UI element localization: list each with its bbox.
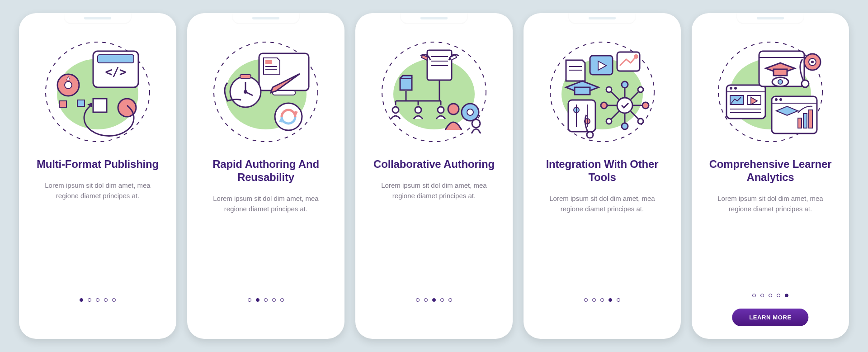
svg-point-40 [472, 119, 480, 128]
svg-point-61 [601, 102, 607, 109]
pagination-dot[interactable] [785, 294, 788, 297]
pagination-dot[interactable] [777, 294, 780, 297]
svg-point-54 [587, 132, 593, 138]
svg-rect-48 [575, 87, 590, 95]
pagination-dot[interactable] [609, 298, 612, 302]
pagination-dot[interactable] [448, 298, 452, 302]
svg-rect-49 [568, 100, 595, 132]
card-title: Rapid Authoring And Reusability [200, 158, 332, 184]
svg-point-6 [65, 81, 72, 89]
pagination-dot[interactable] [769, 294, 772, 297]
card-body: Lorem ipsum sit dol dim amet, mea region… [712, 193, 829, 214]
card-body: Lorem ipsum sit dol dim amet, mea region… [207, 193, 325, 214]
phone-notch [736, 13, 804, 24]
phone-notch [400, 13, 468, 24]
pagination-dot[interactable] [104, 298, 108, 302]
pagination-dot[interactable] [256, 298, 259, 302]
card-title: Multi-Format Publishing [37, 158, 159, 171]
svg-point-67 [606, 119, 612, 124]
pagination-dots [248, 298, 284, 302]
svg-rect-3 [98, 55, 134, 63]
pagination-dot[interactable] [112, 298, 116, 302]
card-title: Collaborative Authoring [373, 158, 495, 171]
pagination-dot[interactable] [88, 298, 91, 302]
pagination-dot[interactable] [96, 298, 99, 302]
svg-point-69 [606, 87, 612, 92]
phone-notch [232, 13, 300, 24]
svg-point-89 [811, 61, 814, 63]
pagination-dots [416, 298, 452, 302]
svg-point-57 [622, 81, 628, 88]
svg-point-63 [642, 102, 649, 109]
svg-point-86 [778, 80, 783, 84]
pagination-dot[interactable] [440, 298, 444, 302]
pagination-dot[interactable] [592, 298, 596, 302]
svg-point-21 [275, 103, 302, 130]
pagination-dots [584, 298, 620, 302]
pagination-dots [80, 298, 116, 302]
svg-point-94 [779, 98, 782, 101]
svg-rect-12 [265, 60, 272, 64]
card-body: Lorem ipsum sit dol dim amet, mea region… [39, 180, 156, 201]
svg-point-47 [634, 54, 638, 59]
rapid-authoring-reusability-icon [209, 33, 322, 146]
svg-point-77 [734, 87, 737, 90]
collaborative-authoring-icon [377, 33, 491, 146]
phone-card: </> Multi-Format Publishing Lorem ipsum … [19, 13, 176, 339]
learn-more-button[interactable]: LEARN MORE [732, 309, 808, 326]
svg-point-76 [730, 87, 732, 90]
pagination-dot[interactable] [416, 298, 420, 302]
svg-point-34 [392, 107, 399, 113]
phone-card-row: </> Multi-Format Publishing Lorem ipsum … [19, 13, 849, 339]
svg-point-37 [448, 104, 459, 114]
pagination-dot[interactable] [760, 294, 764, 297]
pagination-dot[interactable] [432, 298, 436, 302]
svg-point-35 [415, 107, 421, 113]
card-body: Lorem ipsum sit dol dim amet, mea region… [543, 193, 661, 214]
svg-point-55 [617, 98, 632, 113]
svg-rect-95 [798, 118, 802, 128]
pagination-dot[interactable] [617, 298, 620, 302]
svg-point-39 [467, 109, 473, 115]
svg-rect-84 [774, 69, 787, 76]
svg-rect-97 [809, 110, 812, 128]
svg-point-65 [638, 87, 643, 92]
integration-other-tools-icon [546, 33, 659, 146]
pagination-dots [752, 294, 788, 297]
multi-format-publishing-icon: </> [41, 33, 154, 146]
pagination-dot[interactable] [248, 298, 251, 302]
pagination-dot[interactable] [272, 298, 276, 302]
pagination-dot[interactable] [80, 298, 83, 302]
phone-card: Collaborative Authoring Lorem ipsum sit … [355, 13, 513, 339]
svg-point-90 [802, 80, 809, 87]
comprehensive-learner-analytics-icon [714, 33, 827, 146]
pagination-dot[interactable] [584, 298, 588, 302]
phone-card: Integration With Other Tools Lorem ipsum… [524, 13, 681, 339]
svg-point-59 [622, 123, 628, 129]
svg-point-36 [438, 107, 444, 113]
svg-rect-20 [240, 75, 251, 78]
svg-rect-78 [730, 95, 744, 105]
svg-text:</>: </> [105, 65, 127, 79]
pagination-dot[interactable] [600, 298, 604, 302]
pagination-dot[interactable] [264, 298, 268, 302]
phone-card: Comprehensive Learner Analytics Lorem ip… [692, 13, 849, 339]
svg-rect-7 [93, 99, 107, 112]
card-title: Comprehensive Learner Analytics [704, 158, 836, 184]
card-body: Lorem ipsum sit dol dim amet, mea region… [375, 180, 493, 201]
phone-card: Rapid Authoring And Reusability Lorem ip… [187, 13, 344, 339]
pagination-dot[interactable] [752, 294, 756, 297]
svg-point-93 [775, 98, 778, 101]
phone-notch [64, 13, 132, 24]
pagination-dot[interactable] [280, 298, 284, 302]
pagination-dot[interactable] [424, 298, 428, 302]
svg-point-71 [638, 119, 643, 124]
phone-notch [568, 13, 636, 24]
svg-rect-96 [803, 114, 807, 128]
card-title: Integration With Other Tools [536, 158, 668, 184]
